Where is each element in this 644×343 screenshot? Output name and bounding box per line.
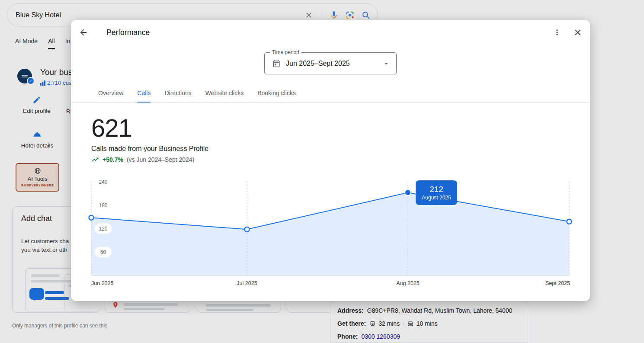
performance-dialog: Performance Time period Jun 2025–Sept 20… bbox=[71, 20, 590, 301]
svg-text:Sept 2025: Sept 2025 bbox=[545, 280, 570, 286]
svg-text:180: 180 bbox=[99, 202, 107, 208]
tooltip-label: August 2025 bbox=[422, 195, 451, 201]
calls-trend-chart[interactable]: 24018012060Jun 2025Jul 2025Aug 2025Sept … bbox=[71, 178, 590, 301]
chart-tooltip: 212 August 2025 bbox=[416, 180, 457, 205]
tab-website-clicks[interactable]: Website clicks bbox=[199, 83, 250, 103]
tooltip-value: 212 bbox=[429, 185, 443, 194]
close-button[interactable] bbox=[571, 26, 584, 39]
more-options-button[interactable] bbox=[551, 26, 564, 39]
delta-value: +50.7% bbox=[103, 156, 123, 163]
time-period-select[interactable]: Time period Jun 2025–Sept 2025 bbox=[264, 52, 397, 74]
tab-overview[interactable]: Overview bbox=[91, 83, 130, 103]
svg-text:Jul 2025: Jul 2025 bbox=[237, 280, 257, 286]
close-icon bbox=[573, 28, 583, 37]
tab-calls[interactable]: Calls bbox=[130, 83, 157, 103]
calls-total-value: 621 bbox=[91, 116, 132, 140]
calendar-icon bbox=[272, 59, 281, 68]
delta-comparison-note: (vs Jun 2024–Sept 2024) bbox=[127, 156, 194, 163]
svg-text:60: 60 bbox=[100, 249, 106, 255]
calls-delta-row: +50.7% (vs Jun 2024–Sept 2024) bbox=[91, 155, 194, 164]
svg-text:Jun 2025: Jun 2025 bbox=[91, 280, 113, 286]
trending-up-icon bbox=[91, 156, 99, 163]
tabs-divider bbox=[71, 103, 590, 103]
time-period-label: Time period bbox=[270, 49, 301, 55]
caret-down-icon bbox=[382, 60, 390, 67]
performance-tabs: Overview Calls Directions Website clicks… bbox=[91, 83, 303, 103]
time-period-value: Jun 2025–Sept 2025 bbox=[286, 60, 377, 67]
dialog-title: Performance bbox=[106, 28, 150, 37]
svg-text:240: 240 bbox=[99, 179, 107, 185]
tab-directions[interactable]: Directions bbox=[157, 83, 198, 103]
more-vert-icon bbox=[553, 28, 561, 37]
tab-booking-clicks[interactable]: Booking clicks bbox=[250, 83, 303, 103]
svg-text:120: 120 bbox=[99, 226, 107, 232]
page: Blue Sky Hotel bbox=[0, 0, 644, 343]
calls-caption: Calls made from your Business Profile bbox=[91, 145, 208, 153]
arrow-back-icon bbox=[79, 28, 88, 37]
svg-text:Aug 2025: Aug 2025 bbox=[396, 280, 420, 286]
back-button[interactable] bbox=[77, 26, 90, 39]
